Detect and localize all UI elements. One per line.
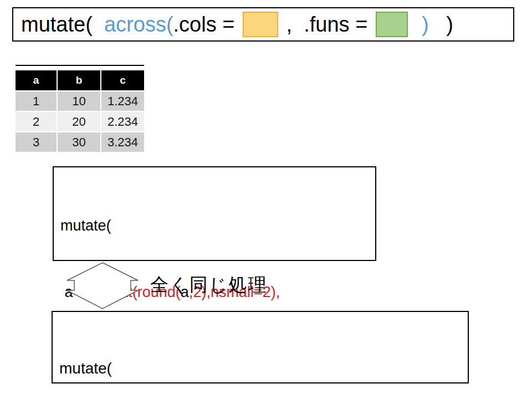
code-line: mutate( [60, 214, 375, 237]
data-table-grid: a b c 1 10 1.234 2 20 2.234 3 30 3.234 [16, 70, 144, 152]
table-cell: 1 [16, 91, 57, 111]
code-token: mutate( [60, 217, 111, 234]
code-line: mutate( [59, 357, 468, 379]
table-cell: 3 [16, 132, 57, 152]
equivalence-label: 全く同じ処理 [150, 273, 268, 298]
table-cell: 1.234 [101, 91, 144, 111]
data-table: a b c 1 10 1.234 2 20 2.234 3 30 3.234 [16, 65, 144, 152]
column-header-c: c [101, 70, 144, 90]
code-token: ) [410, 13, 429, 37]
code-box-verbose: mutate( a = format(round(a,2),nsmall=2),… [53, 166, 376, 261]
table-cell: 2.234 [101, 112, 144, 131]
cols-placeholder-swatch [243, 12, 278, 37]
slide: mutate( across(.cols = , .funs = ) ) a b… [0, 0, 532, 399]
title-syntax-box: mutate( across(.cols = , .funs = ) ) [12, 7, 514, 42]
table-cell: 2 [16, 112, 57, 131]
up-down-arrow-icon [66, 262, 139, 310]
code-token: mutate( [59, 360, 112, 377]
code-token: across( [104, 13, 173, 37]
table-cell: 3.234 [101, 132, 144, 152]
table-cell: 10 [58, 91, 100, 111]
column-header-a: a [16, 70, 57, 90]
code-token: .cols = [173, 13, 241, 37]
column-header-b: b [58, 70, 100, 90]
funs-placeholder-swatch [376, 12, 408, 37]
code-token: mutate( [21, 13, 104, 37]
code-box-across: mutate( across(.cols = c(a,b,c) , .funs … [52, 311, 469, 383]
table-cell: 20 [58, 112, 100, 131]
code-token: , .funs = [280, 13, 374, 37]
code-token: ) [429, 13, 453, 37]
table-cell: 30 [58, 132, 100, 152]
